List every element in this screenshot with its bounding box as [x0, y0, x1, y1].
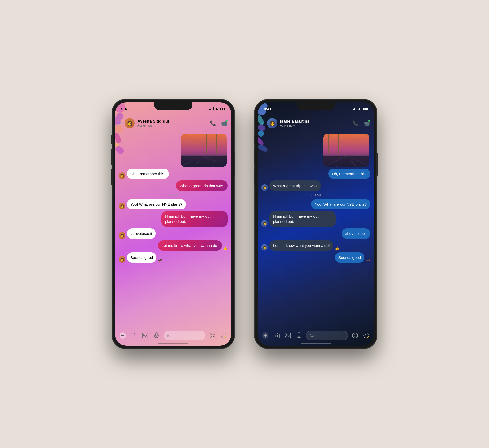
bubble-0-right: Oh, I remember this! — [328, 169, 370, 179]
svg-rect-29 — [323, 134, 369, 167]
toolbar-left: Aa — [115, 325, 231, 346]
screen-left: 9:41 ▲ ▮▮▮ ‹ 👩 Ayesha Siddiqui Active no — [115, 102, 231, 346]
shared-image-row-right — [261, 134, 370, 167]
message-input-right[interactable]: Aa — [306, 331, 348, 340]
battery-right: ▮▮▮ — [362, 107, 368, 111]
video-button-left[interactable]: 📹 — [221, 120, 227, 126]
volume-down-right — [254, 169, 255, 185]
wifi-right: ▲ — [358, 107, 361, 110]
msg-row-6-right: 🛹 Sounds good — [261, 252, 370, 263]
active-dot-left — [226, 120, 228, 122]
bubble-6-right: Sounds good — [335, 252, 364, 263]
call-button-right[interactable]: 📞 — [352, 120, 359, 126]
header-info-right: Isabela Martins Active now — [280, 119, 350, 127]
svg-line-33 — [346, 156, 369, 167]
plus-button-left[interactable] — [119, 331, 127, 340]
svg-line-43 — [323, 134, 369, 154]
time-label-right: 9:41 AM — [261, 193, 370, 197]
gallery-button-left[interactable] — [141, 331, 149, 340]
sticker-button-left[interactable] — [220, 331, 228, 340]
svg-line-32 — [323, 156, 346, 167]
svg-line-4 — [204, 156, 227, 167]
svg-rect-19 — [131, 334, 137, 338]
msg-row-1-right: 👩 What a great trip that was. — [261, 180, 370, 191]
call-button-left[interactable]: 📞 — [210, 120, 216, 126]
shared-image-row-left — [119, 134, 228, 167]
sticker-button-right[interactable] — [362, 331, 370, 340]
msg-row-4-right: #Lovetoseeit — [261, 228, 370, 239]
svg-rect-48 — [274, 334, 279, 338]
mic-button-right[interactable] — [295, 331, 303, 340]
message-input-left[interactable]: Aa — [164, 331, 205, 340]
msg-row-5-right: 👩 Let me know what you wanna do! 👍 — [261, 240, 370, 251]
chat-header-right: ‹ 👩 Isabela Martins Active now 📞 📹 — [258, 115, 374, 131]
mic-button-left[interactable] — [152, 331, 160, 340]
chat-header-left: ‹ 👩 Ayesha Siddiqui Active now 📞 📹 — [115, 115, 231, 131]
msg-row-1-left: What a great trip that was. — [119, 180, 228, 191]
bubble-0-left: Oh, I remember this! — [127, 169, 169, 179]
bubble-5-left: Let me know what you wanna do! — [158, 240, 222, 251]
svg-line-44 — [323, 134, 369, 154]
msg-row-0-left: 👩 Oh, I remember this! — [119, 169, 228, 179]
screen-right: 9:41 ▲ ▮▮▮ ‹ 👩 Isabela Martins Active no — [258, 102, 374, 346]
svg-rect-0 — [181, 134, 227, 167]
back-button-right[interactable]: ‹ — [262, 120, 264, 127]
bubble-4-left: #Lovetoseeit — [127, 228, 156, 239]
silent-switch — [111, 135, 112, 144]
msg-row-2-left: 👩 Yoo! What are our NYE plans? — [119, 199, 228, 209]
notch-left — [154, 102, 192, 110]
wifi-left: ▲ — [215, 107, 218, 110]
camera-button-right[interactable] — [273, 331, 281, 340]
reaction-6-right: 🛹 — [366, 258, 370, 262]
svg-rect-1 — [181, 156, 227, 167]
svg-point-20 — [133, 335, 135, 337]
svg-point-57 — [365, 334, 366, 335]
msg-row-5-left: 👍 Let me know what you wanna do! — [119, 240, 228, 251]
battery-left: ▮▮▮ — [220, 107, 225, 111]
msg-row-3-left: Hmm idk but I have my outfit planned out… — [119, 211, 228, 227]
silent-switch-right — [254, 135, 255, 144]
svg-line-35 — [346, 156, 357, 167]
camera-button-left[interactable] — [130, 331, 138, 340]
back-button-left[interactable]: ‹ — [119, 120, 121, 127]
svg-point-55 — [354, 334, 355, 335]
shared-image-left — [181, 134, 227, 167]
status-icons-right: ▲ ▮▮▮ — [352, 107, 368, 111]
video-button-right[interactable]: 📹 — [363, 120, 370, 126]
home-indicator-left — [158, 343, 188, 344]
notch-right — [297, 102, 335, 110]
plus-button-right[interactable] — [261, 331, 269, 340]
svg-point-56 — [356, 334, 356, 335]
avatar-right: 👩 — [267, 118, 277, 128]
svg-point-49 — [276, 335, 278, 337]
bubble-5-right: Let me know what you wanna do! — [269, 240, 333, 251]
phone-right: 9:41 ▲ ▮▮▮ ‹ 👩 Isabela Martins Active no — [255, 99, 377, 349]
header-actions-left: 📞 📹 — [210, 120, 227, 126]
msg-row-2-right: Yoo! What are our NYE plans? — [261, 199, 370, 209]
volume-up-right — [254, 149, 255, 165]
messages-area-left: 👩 Oh, I remember this! What a great trip… — [115, 131, 231, 325]
gallery-button-right[interactable] — [284, 331, 292, 340]
bubble-2-right: Yoo! What are our NYE plans? — [311, 199, 370, 209]
svg-rect-21 — [142, 333, 148, 338]
signal-left — [209, 107, 214, 110]
emoji-button-right[interactable] — [351, 331, 359, 340]
status-icons-left: ▲ ▮▮▮ — [209, 107, 225, 111]
svg-line-34 — [336, 156, 346, 167]
svg-point-54 — [352, 333, 358, 338]
time-label-left: 9:41 AM — [119, 193, 228, 197]
bubble-3-left: Hmm idk but I have my outfit planned out… — [161, 211, 228, 227]
msg-avatar-2-left: 👩 — [119, 203, 125, 209]
svg-line-15 — [181, 134, 227, 154]
time-right: 9:41 — [264, 107, 271, 111]
bubble-4-right: #Lovetoseeit — [342, 228, 370, 239]
contact-status-left: Active now — [137, 124, 207, 127]
emoji-button-left[interactable] — [208, 331, 216, 340]
svg-line-3 — [181, 156, 204, 167]
svg-line-6 — [204, 156, 214, 167]
msg-avatar-4-left: 👩 — [119, 232, 125, 239]
svg-line-5 — [194, 156, 204, 167]
bubble-2-left: Yoo! What are our NYE plans? — [127, 199, 186, 209]
bubble-1-left: What a great trip that was. — [176, 180, 228, 191]
bubble-1-right: What a great trip that was. — [269, 180, 321, 191]
